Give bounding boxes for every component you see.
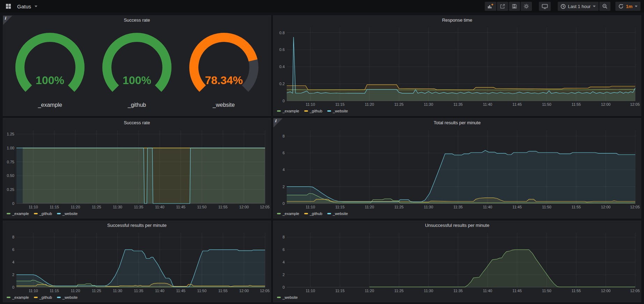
svg-text:0.50: 0.50 (7, 173, 14, 178)
legend-series-label: _github (310, 212, 322, 216)
legend-series-marker (7, 297, 10, 298)
save-dashboard-icon (512, 3, 517, 9)
svg-text:8: 8 (283, 235, 285, 239)
success-rate-chart[interactable]: 00.250.500.751.001.2511:1011:1511:2011:2… (3, 127, 271, 210)
svg-text:11:20: 11:20 (71, 289, 80, 293)
total-results-chart[interactable]: 0246811:1011:1511:2011:2511:3011:3511:40… (273, 127, 641, 210)
dashboard-title[interactable]: Gatus (17, 3, 31, 9)
svg-text:11:40: 11:40 (155, 205, 164, 209)
svg-text:11:30: 11:30 (113, 289, 122, 293)
legend-series-label: _website (333, 212, 348, 216)
legend-item-website[interactable]: _website (57, 295, 78, 299)
chart-legend: _example_github_website (273, 210, 641, 218)
svg-text:11:15: 11:15 (335, 205, 345, 209)
gauge-github: 100%_github (95, 32, 179, 108)
zoom-out-button[interactable] (599, 2, 610, 11)
svg-text:0.6: 0.6 (279, 47, 285, 52)
chart-legend: _example_github_website (3, 210, 271, 218)
svg-text:11:35: 11:35 (453, 205, 463, 209)
svg-text:11:25: 11:25 (92, 289, 101, 293)
settings-gear-icon (524, 3, 529, 9)
panel-title[interactable]: Success rate (3, 118, 271, 127)
dashboards-grid-icon (6, 3, 11, 9)
svg-text:11:45: 11:45 (512, 289, 522, 293)
svg-text:11:25: 11:25 (394, 289, 404, 293)
save-dashboard-button[interactable] (509, 2, 520, 11)
svg-text:2: 2 (12, 273, 14, 277)
gauge-arc: 100% (95, 32, 179, 101)
svg-text:12:00: 12:00 (601, 289, 611, 293)
time-range-picker[interactable]: Last 1 hour (558, 2, 599, 11)
legend-item-github[interactable]: _github (34, 212, 52, 216)
panel-title[interactable]: Unsuccessful results per minute (273, 221, 641, 230)
legend-series-marker (304, 213, 308, 214)
legend-item-github[interactable]: _github (304, 109, 322, 113)
svg-text:6: 6 (283, 247, 285, 252)
legend-item-example[interactable]: _example (7, 212, 29, 216)
panel-title[interactable]: Response time (273, 16, 641, 24)
legend-series-marker (277, 213, 281, 214)
successful-results-chart[interactable]: 0246811:1011:1511:2011:2511:3011:3511:40… (3, 230, 271, 294)
svg-text:0.2: 0.2 (279, 82, 285, 86)
legend-series-label: _github (310, 109, 322, 113)
time-range-caret-down-icon (593, 5, 596, 7)
svg-text:11:50: 11:50 (197, 205, 207, 209)
gauge-website: 78.34%_website (182, 32, 266, 108)
svg-text:6: 6 (283, 151, 285, 155)
svg-text:11:10: 11:10 (29, 289, 38, 293)
svg-text:11:30: 11:30 (424, 289, 433, 293)
svg-text:12:00: 12:00 (239, 289, 249, 293)
cycle-view-mode-button[interactable] (539, 2, 551, 11)
panel-title[interactable]: Successful results per minute (3, 221, 271, 230)
legend-item-github[interactable]: _github (34, 295, 52, 299)
legend-item-github[interactable]: _github (304, 212, 322, 216)
svg-text:1.25: 1.25 (7, 132, 14, 136)
response-time-chart[interactable]: 00.20.40.60.811:1011:1511:2011:2511:3011… (273, 24, 641, 108)
svg-text:11:45: 11:45 (176, 205, 185, 209)
svg-text:0.75: 0.75 (7, 160, 14, 164)
top-navbar: Gatus (0, 0, 644, 13)
svg-text:11:10: 11:10 (29, 205, 38, 209)
svg-text:8: 8 (283, 134, 285, 138)
svg-text:11:40: 11:40 (483, 289, 492, 293)
panel-success-rate-gauges: i Success rate 100%_example100%_github78… (3, 15, 271, 116)
dashboard-settings-button[interactable] (521, 2, 532, 11)
title-caret-down-icon[interactable] (34, 5, 38, 7)
legend-item-website[interactable]: _website (327, 109, 348, 113)
svg-text:11:45: 11:45 (512, 205, 522, 209)
svg-text:11:55: 11:55 (571, 102, 581, 106)
gauge-value: 78.34% (205, 74, 243, 87)
add-panel-button[interactable] (485, 2, 496, 11)
legend-item-website[interactable]: _website (327, 212, 348, 216)
panel-info-corner-icon[interactable]: i (273, 118, 283, 127)
svg-text:0.25: 0.25 (7, 187, 14, 192)
legend-series-label: _website (63, 212, 78, 216)
share-dashboard-button[interactable] (497, 2, 508, 11)
legend-item-website[interactable]: _website (277, 295, 298, 299)
svg-text:8: 8 (12, 235, 14, 239)
svg-text:0.8: 0.8 (279, 31, 285, 35)
svg-text:4: 4 (283, 168, 285, 172)
svg-text:11:30: 11:30 (424, 205, 433, 209)
legend-item-example[interactable]: _example (7, 295, 29, 299)
refresh-picker[interactable]: 1m (615, 2, 641, 11)
panel-response-time: Response time 00.20.40.60.811:1011:1511:… (273, 15, 641, 116)
panel-title[interactable]: Success rate (3, 16, 271, 24)
svg-text:11:15: 11:15 (335, 102, 345, 106)
panel-title[interactable]: Total results per minute (273, 118, 641, 127)
gauge-label: _github (128, 102, 146, 108)
legend-item-example[interactable]: _example (277, 109, 299, 113)
svg-text:0: 0 (283, 99, 285, 103)
unsuccessful-results-chart[interactable]: 0246811:1011:1511:2011:2511:3011:3511:40… (273, 230, 641, 294)
legend-item-website[interactable]: _website (57, 212, 78, 216)
panel-info-corner-icon[interactable]: i (3, 16, 12, 25)
svg-text:11:50: 11:50 (542, 289, 551, 293)
dashboards-grid-button[interactable] (3, 2, 14, 11)
svg-text:11:40: 11:40 (155, 289, 164, 293)
legend-item-example[interactable]: _example (277, 212, 299, 216)
legend-series-label: _website (333, 109, 348, 113)
legend-series-label: _example (283, 109, 299, 113)
panel-unsuccessful-results: Unsuccessful results per minute 0246811:… (273, 221, 641, 302)
svg-text:0: 0 (283, 201, 285, 206)
svg-text:11:55: 11:55 (571, 205, 581, 209)
